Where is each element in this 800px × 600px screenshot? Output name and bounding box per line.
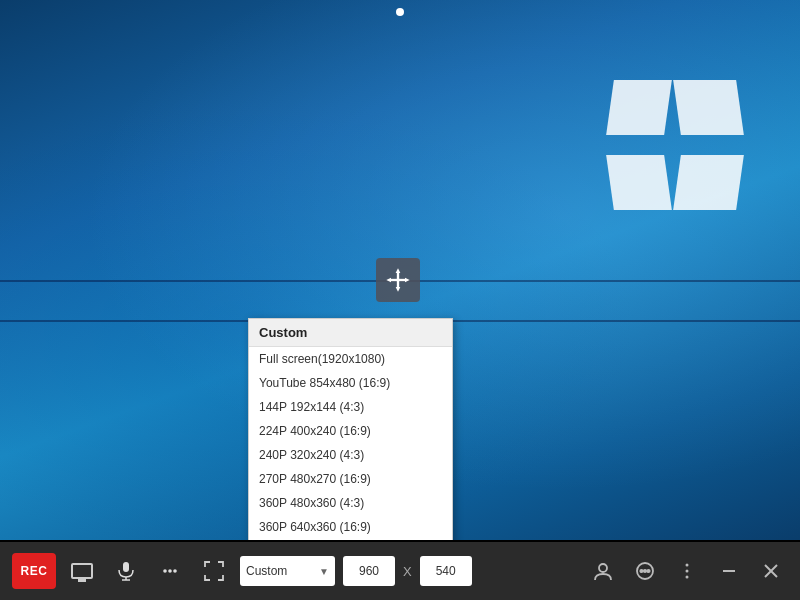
svg-point-12	[173, 569, 177, 573]
close-icon	[760, 560, 782, 582]
expand-button[interactable]	[196, 553, 232, 589]
more-options-button[interactable]	[670, 554, 704, 588]
svg-point-6	[396, 278, 400, 282]
dots-icon	[162, 563, 178, 579]
svg-point-19	[686, 570, 689, 573]
svg-point-16	[644, 570, 646, 572]
dropdown-item[interactable]: Full screen(1920x1080)	[249, 347, 452, 371]
svg-point-11	[168, 569, 172, 573]
windows-logo	[610, 80, 740, 210]
svg-point-17	[647, 570, 649, 572]
minimize-button[interactable]	[712, 554, 746, 588]
svg-rect-7	[123, 562, 129, 572]
svg-point-15	[640, 570, 642, 572]
close-button[interactable]	[754, 554, 788, 588]
svg-marker-2	[386, 278, 391, 283]
width-input[interactable]	[343, 556, 395, 586]
svg-marker-3	[405, 278, 410, 283]
move-arrows-svg	[384, 266, 412, 294]
svg-point-10	[163, 569, 167, 573]
svg-point-18	[686, 564, 689, 567]
dropdown-item[interactable]: 240P 320x240 (4:3)	[249, 443, 452, 467]
resolution-select-value: Custom	[246, 564, 315, 578]
resolution-dropdown-panel[interactable]: Custom Full screen(1920x1080)YouTube 854…	[248, 318, 453, 540]
top-dot	[396, 8, 404, 16]
height-input[interactable]	[420, 556, 472, 586]
dropdown-item[interactable]: 224P 400x240 (16:9)	[249, 419, 452, 443]
dropdown-item[interactable]: 360P 640x360 (16:9)	[249, 515, 452, 539]
toolbar: REC Custom ▼	[0, 542, 800, 600]
user-button[interactable]	[586, 554, 620, 588]
microphone-icon	[117, 561, 135, 581]
move-cursor-icon[interactable]	[376, 258, 420, 302]
settings-button[interactable]	[152, 553, 188, 589]
svg-point-13	[599, 564, 607, 572]
monitor-button[interactable]	[64, 553, 100, 589]
dropdown-item[interactable]: YouTube 854x480 (16:9)	[249, 371, 452, 395]
dropdown-list[interactable]: Full screen(1920x1080)YouTube 854x480 (1…	[249, 347, 452, 540]
svg-marker-0	[396, 268, 401, 273]
screen-area: Custom Full screen(1920x1080)YouTube 854…	[0, 0, 800, 540]
expand-icon	[204, 561, 224, 581]
dropdown-item[interactable]: 144P 192x144 (4:3)	[249, 395, 452, 419]
resolution-select[interactable]: Custom ▼	[240, 556, 335, 586]
microphone-button[interactable]	[108, 553, 144, 589]
dropdown-item[interactable]: 480P 640x480 (4:3)	[249, 539, 452, 540]
minimize-icon	[718, 560, 740, 582]
dropdown-arrow-icon: ▼	[319, 566, 329, 577]
dimension-separator: X	[403, 564, 412, 579]
chat-icon	[634, 560, 656, 582]
more-icon	[676, 560, 698, 582]
dropdown-header: Custom	[249, 319, 452, 347]
svg-point-20	[686, 576, 689, 579]
svg-marker-1	[396, 287, 401, 292]
user-icon	[592, 560, 614, 582]
chat-button[interactable]	[628, 554, 662, 588]
dropdown-item[interactable]: 270P 480x270 (16:9)	[249, 467, 452, 491]
dropdown-item[interactable]: 360P 480x360 (4:3)	[249, 491, 452, 515]
rec-button[interactable]: REC	[12, 553, 56, 589]
